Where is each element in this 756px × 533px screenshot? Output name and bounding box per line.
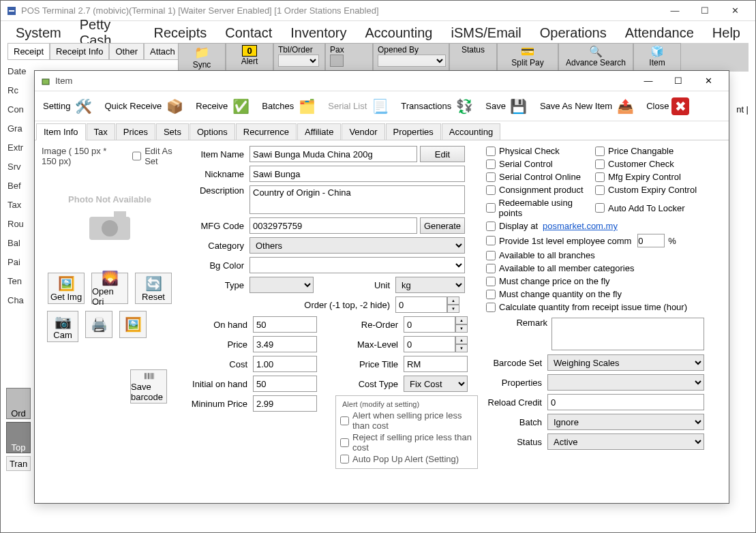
menu-accounting[interactable]: Accounting	[357, 22, 440, 44]
comm-pct-input[interactable]	[637, 234, 665, 247]
subtab-receipt-info[interactable]: Receipt Info	[50, 43, 109, 60]
chk-redeemable[interactable]: Redeemable using points	[486, 198, 595, 218]
edit-name-button[interactable]: Edit	[420, 146, 465, 162]
open-ori-button[interactable]: 🌄Open Ori	[91, 273, 128, 304]
quick-receive-button[interactable]: Quick Receive📦	[100, 93, 189, 119]
tool-alert[interactable]: 0Alert	[226, 43, 273, 72]
setting-button[interactable]: Setting🛠️	[39, 93, 97, 119]
status-select[interactable]: Active	[547, 433, 704, 450]
tab-sets[interactable]: Sets	[156, 123, 189, 140]
chk-price-changable[interactable]: Price Changable	[595, 146, 704, 156]
barcode-set-select[interactable]: Weighing Scales	[547, 354, 704, 371]
img-action-2[interactable]: 🖼️	[119, 311, 147, 338]
chk-employee-comm[interactable]: Provide 1st level employee comm%	[486, 234, 704, 247]
cost-input[interactable]	[253, 356, 317, 372]
tool-advance-search[interactable]: 🔍Advance Search	[558, 43, 633, 72]
bottom-top[interactable]: Top	[6, 422, 31, 453]
minimum-price-input[interactable]	[253, 395, 317, 412]
save-button[interactable]: Save💾	[481, 93, 533, 119]
menu-contact[interactable]: Contact	[217, 22, 280, 44]
dialog-close-button[interactable]: ✕	[693, 72, 723, 91]
chk-all-branches[interactable]: Available to all branches	[486, 250, 704, 260]
cam-button[interactable]: 📷Cam	[47, 311, 78, 342]
menu-receipts[interactable]: Receipts	[145, 22, 215, 44]
chk-serial[interactable]: Serial Control	[486, 159, 595, 169]
batches-button[interactable]: Batches🗂️	[258, 93, 321, 119]
reject-sell-less-cost[interactable]: Reject if selling price less than cost	[340, 432, 473, 453]
tab-item-info[interactable]: Item Info	[36, 123, 86, 140]
menu-operations[interactable]: Operations	[532, 22, 615, 44]
reorder-input[interactable]	[404, 316, 455, 333]
dialog-minimize-button[interactable]: —	[633, 72, 663, 91]
close-button[interactable]: ✕	[720, 1, 750, 20]
close-dialog-button[interactable]: Close✖	[642, 95, 693, 118]
tool-sync[interactable]: 📁Sync	[178, 43, 226, 72]
posmarket-link[interactable]: posmarket.com.my	[543, 221, 618, 231]
serial-list-button[interactable]: Serial List📃	[324, 93, 394, 119]
subtab-receipt[interactable]: Receipt	[7, 43, 50, 60]
chk-custom-expiry[interactable]: Custom Expiry Control	[595, 185, 704, 195]
tool-status[interactable]: Status	[449, 43, 497, 72]
chk-mfg-expiry[interactable]: Mfg Expiry Control	[595, 172, 704, 182]
nickname-input[interactable]	[250, 166, 465, 182]
tool-split-pay[interactable]: 💳Split Pay	[497, 43, 558, 72]
subtab-other[interactable]: Other	[109, 43, 144, 60]
tab-tax[interactable]: Tax	[87, 123, 115, 140]
menu-system[interactable]: System	[7, 22, 70, 44]
edit-as-set-check[interactable]: Edit As Set	[132, 146, 178, 166]
chk-change-qty-fly[interactable]: Must change quantity on the fly	[486, 289, 704, 299]
reset-button[interactable]: 🔄Reset	[135, 273, 172, 304]
remark-input[interactable]	[551, 318, 704, 350]
chk-calc-qty-time[interactable]: Calculate quantity from receipt issue ti…	[486, 302, 704, 312]
item-name-input[interactable]	[250, 146, 417, 162]
subtab-attach[interactable]: Attach	[144, 43, 181, 60]
tab-vendor[interactable]: Vendor	[342, 123, 384, 140]
chk-serial-online[interactable]: Serial Control Online	[486, 172, 595, 182]
type-select[interactable]	[250, 277, 314, 293]
save-as-new-button[interactable]: Save As New Item📤	[536, 93, 639, 119]
get-img-button[interactable]: 🖼️Get Img	[48, 273, 85, 304]
tab-properties[interactable]: Properties	[386, 123, 441, 140]
reload-credit-input[interactable]	[547, 394, 704, 410]
chk-change-price-fly[interactable]: Must change price on the fly	[486, 276, 704, 286]
maximize-button[interactable]: ☐	[690, 1, 720, 20]
max-level-input[interactable]	[404, 336, 455, 352]
price-input[interactable]	[253, 336, 317, 352]
bottom-tran[interactable]: Tran	[6, 456, 31, 471]
order-input[interactable]	[395, 296, 447, 313]
initial-on-hand-input[interactable]	[253, 376, 317, 392]
alert-sell-less-cost[interactable]: Alert when selling price less than cost	[340, 410, 473, 431]
price-title-input[interactable]	[404, 356, 468, 372]
tool-item[interactable]: 🧊Item	[633, 43, 681, 72]
minimize-button[interactable]: —	[660, 1, 690, 20]
receive-button[interactable]: Receive✅	[192, 93, 255, 119]
unit-select[interactable]: kg	[395, 277, 465, 293]
chk-physical[interactable]: Physical Check	[486, 146, 595, 156]
dialog-maximize-button[interactable]: ☐	[663, 72, 693, 91]
mfg-code-input[interactable]	[250, 217, 417, 234]
properties-select[interactable]	[547, 374, 704, 391]
menu-inventory[interactable]: Inventory	[282, 22, 354, 44]
chk-consignment[interactable]: Consignment product	[486, 185, 595, 195]
cost-type-select[interactable]: Fix Cost	[404, 376, 468, 392]
chk-all-member-cat[interactable]: Available to all member categories	[486, 263, 704, 273]
tab-affiliate[interactable]: Affiliate	[297, 123, 341, 140]
save-barcode-button[interactable]: ⦀⦀⦀Save barcode	[130, 369, 167, 403]
auto-popup-alert[interactable]: Auto Pop Up Alert (Setting)	[340, 454, 473, 464]
tool-opened-by[interactable]: Opened By	[373, 43, 449, 72]
batch-select[interactable]: Ignore	[547, 414, 704, 430]
on-hand-input[interactable]	[253, 316, 317, 333]
category-select[interactable]: Others	[250, 237, 465, 254]
description-input[interactable]	[250, 185, 465, 214]
tool-tbl[interactable]: Tbl/Order	[273, 43, 325, 72]
chk-customer-check[interactable]: Customer Check	[595, 159, 704, 169]
menu-isms[interactable]: iSMS/Email	[442, 22, 529, 44]
tab-accounting[interactable]: Accounting	[442, 123, 500, 140]
tab-options[interactable]: Options	[190, 123, 235, 140]
bg-color-select[interactable]	[250, 257, 465, 273]
menu-attendance[interactable]: Attendance	[617, 22, 702, 44]
chk-auto-locker[interactable]: Auto Add To Locker	[595, 198, 704, 218]
tab-prices[interactable]: Prices	[116, 123, 155, 140]
generate-mfg-button[interactable]: Generate	[420, 217, 465, 234]
bottom-ord[interactable]: Ord	[6, 388, 31, 419]
